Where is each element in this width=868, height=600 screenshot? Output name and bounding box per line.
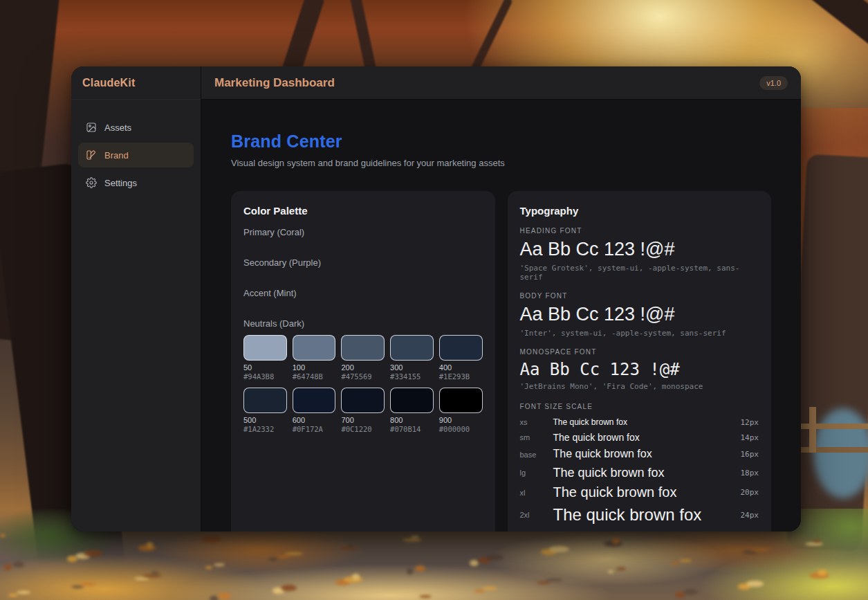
color-section-primary: Primary (Coral) — [243, 227, 483, 257]
fallen-leaf — [415, 565, 425, 572]
fallen-leaf — [742, 551, 757, 554]
fallen-leaf — [411, 536, 419, 538]
fallen-leaf — [746, 581, 764, 587]
page-title: Brand Center — [231, 131, 771, 152]
fallen-leaf — [4, 564, 12, 570]
gear-icon — [86, 177, 97, 188]
scale-sample: The quick brown fox — [553, 484, 741, 500]
fallen-leaf — [12, 561, 24, 567]
fallen-leaf — [474, 590, 485, 592]
specimen-body-font: BODY FONT Aa Bb Cc 123 !@# 'Inter', syst… — [520, 292, 759, 338]
fallen-leaf — [8, 594, 18, 597]
fallen-leaf — [268, 558, 278, 561]
swatch-hex-label: #0F172A — [293, 425, 336, 433]
fallen-leaf — [134, 577, 149, 580]
swatch-row-empty — [243, 237, 483, 257]
fallen-leaf — [612, 538, 620, 544]
color-swatch-500[interactable]: 500#1A2332 — [243, 388, 287, 433]
fallen-leaf — [71, 585, 84, 588]
fallen-leaf — [0, 534, 6, 537]
fallen-leaf — [683, 589, 698, 595]
fallen-leaf — [352, 574, 360, 580]
image-icon — [86, 122, 97, 133]
sidebar-item-label: Brand — [104, 150, 129, 161]
color-swatch-800[interactable]: 800#070B14 — [390, 388, 434, 433]
swatch-hex-label: #0C1220 — [341, 425, 385, 433]
palette-icon — [86, 149, 97, 161]
sidebar-nav: Assets Brand Settings — [71, 100, 201, 210]
swatch-step-label: 700 — [341, 416, 385, 424]
version-badge: v1.0 — [759, 76, 788, 90]
swatch-chip[interactable] — [293, 388, 336, 413]
specimen-label: MONOSPACE FONT — [520, 348, 759, 356]
fallen-leaf — [340, 547, 356, 549]
scale-size: 20px — [741, 488, 759, 497]
scale-size: 18px — [741, 469, 759, 478]
font-size-scale-row: lgThe quick brown fox18px — [520, 466, 759, 480]
specimen-font-stack: 'Space Grotesk', system-ui, -apple-syste… — [520, 264, 759, 282]
sidebar-item-assets[interactable]: Assets — [78, 115, 194, 140]
scale-size: 14px — [741, 433, 759, 442]
swatch-hex-label: #000000 — [439, 425, 483, 433]
swatch-step-label: 50 — [243, 363, 287, 372]
specimen-label: HEADING FONT — [520, 227, 759, 235]
color-swatch-700[interactable]: 700#0C1220 — [341, 388, 385, 433]
swatch-step-label: 100 — [293, 363, 336, 372]
scale-name: base — [520, 451, 553, 459]
swatch-chip[interactable] — [390, 388, 434, 413]
fallen-leaf — [671, 562, 679, 565]
fallen-leaf — [813, 540, 820, 543]
specimen-sample: Aa Bb Cc 123 !@# — [520, 303, 759, 327]
scale-sample: The quick brown fox — [553, 466, 741, 480]
swatch-chip[interactable] — [341, 388, 385, 413]
color-section-neutrals: Neutrals (Dark) 50#94A3B8100#64748B200#4… — [243, 318, 483, 433]
swatch-hex-label: #475569 — [341, 372, 385, 381]
color-swatch-600[interactable]: 600#0F172A — [293, 388, 336, 433]
swatch-chip[interactable] — [390, 335, 434, 361]
color-swatch-300[interactable]: 300#334155 — [390, 335, 434, 381]
scale-size: 16px — [741, 450, 759, 459]
color-swatch-200[interactable]: 200#475569 — [341, 335, 385, 381]
specimen-sample: Aa Bb Cc 123 !@# — [520, 359, 759, 380]
color-swatch-900[interactable]: 900#000000 — [439, 388, 483, 433]
sidebar-item-brand[interactable]: Brand — [78, 143, 194, 167]
color-swatch-50[interactable]: 50#94A3B8 — [243, 335, 287, 381]
swatch-chip[interactable] — [341, 335, 385, 361]
swatch-chip[interactable] — [439, 335, 483, 361]
background-sky-patch — [813, 408, 868, 498]
color-swatch-400[interactable]: 400#1E293B — [439, 335, 483, 381]
scale-name: lg — [520, 469, 553, 477]
fallen-leaf — [205, 566, 212, 569]
fallen-leaf — [750, 548, 770, 551]
swatch-chip[interactable] — [293, 335, 336, 361]
scale-sample: The quick brown fox — [553, 418, 741, 428]
fallen-leaf — [17, 591, 30, 594]
fallen-leaf — [537, 581, 551, 584]
topbar: Marketing Dashboard v1.0 — [201, 66, 801, 100]
color-palette-panel: Color Palette Primary (Coral) Secondary … — [231, 191, 495, 531]
font-size-scale-row: 3xlThe quick brown fox30px — [520, 529, 759, 531]
swatch-step-label: 300 — [390, 363, 434, 372]
font-size-scale-row: smThe quick brown fox14px — [520, 432, 759, 443]
typography-panel: Typography HEADING FONT Aa Bb Cc 123 !@#… — [508, 191, 772, 531]
swatch-chip[interactable] — [439, 388, 483, 413]
fallen-leaf — [214, 563, 225, 566]
swatch-step-label: 600 — [293, 416, 336, 424]
swatch-row-empty — [243, 298, 483, 318]
specimen-font-stack: 'JetBrains Mono', 'Fira Code', monospace — [520, 382, 759, 391]
color-section-label: Secondary (Purple) — [243, 257, 483, 268]
swatch-chip[interactable] — [243, 335, 287, 361]
color-swatch-100[interactable]: 100#64748B — [293, 335, 336, 381]
fallen-leaf — [285, 552, 303, 555]
app-logo: ClaudeKit — [71, 66, 201, 100]
swatch-hex-label: #334155 — [390, 372, 434, 381]
fallen-leaf — [549, 546, 569, 552]
swatch-hex-label: #1A2332 — [243, 425, 287, 433]
sidebar-item-settings[interactable]: Settings — [78, 170, 194, 195]
fallen-leaf — [407, 568, 413, 574]
font-size-scale-row: 2xlThe quick brown fox24px — [520, 505, 759, 525]
main-column: Marketing Dashboard v1.0 Brand Center Vi… — [201, 66, 801, 531]
sidebar-item-label: Settings — [104, 178, 137, 188]
swatch-chip[interactable] — [243, 388, 287, 413]
panel-grid: Color Palette Primary (Coral) Secondary … — [231, 191, 771, 531]
